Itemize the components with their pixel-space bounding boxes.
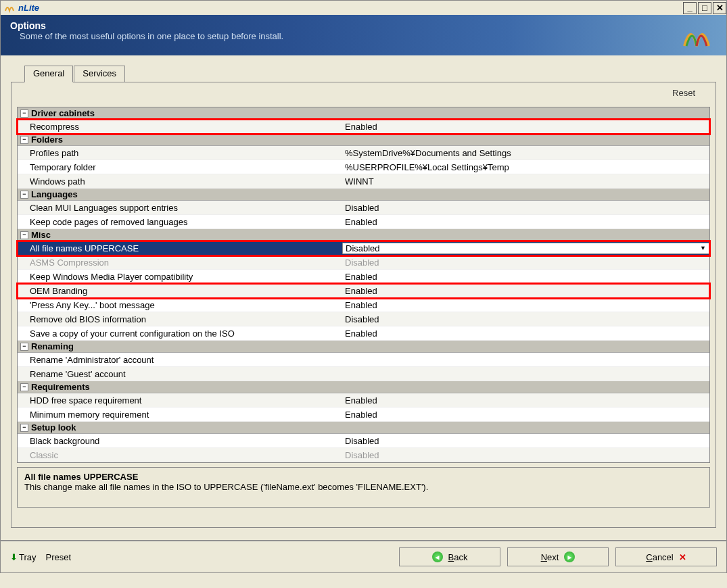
preset-link[interactable]: Preset [46, 552, 72, 562]
expander-icon[interactable]: − [20, 191, 28, 199]
section-driver-cabinets[interactable]: − Driver cabinets [18, 107, 709, 120]
tab-bar: General Services [24, 66, 716, 82]
row-asms-compression: ASMS Compression Disabled [18, 255, 709, 270]
row-black-background[interactable]: Black background Disabled [18, 434, 709, 448]
page-subtitle: Some of the most useful options in one p… [20, 31, 283, 41]
row-classic: Classic Disabled [18, 448, 709, 462]
row-save-config-iso[interactable]: Save a copy of your current configuratio… [18, 326, 709, 341]
expander-icon[interactable]: − [20, 231, 28, 239]
row-oem-branding[interactable]: OEM Branding Enabled [18, 284, 709, 298]
reset-link[interactable]: Reset [672, 88, 695, 98]
expander-icon[interactable]: − [20, 383, 28, 391]
row-rename-guest[interactable]: Rename 'Guest' account [18, 367, 709, 381]
tab-general[interactable]: General [24, 66, 73, 82]
section-folders[interactable]: − Folders [18, 134, 709, 146]
expander-icon[interactable]: − [20, 424, 28, 432]
section-requirements[interactable]: − Requirements [18, 381, 709, 393]
header-banner: Options Some of the most useful options … [0, 15, 727, 55]
row-keep-code-pages[interactable]: Keep code pages of removed languages Ena… [18, 215, 709, 229]
row-keep-wmp[interactable]: Keep Windows Media Player compatibility … [18, 270, 709, 284]
description-box: All file names UPPERCASE This change mak… [17, 467, 710, 508]
tab-services[interactable]: Services [74, 66, 125, 82]
row-temporary-folder[interactable]: Temporary folder %USERPROFILE%¥Local Set… [18, 160, 709, 174]
row-rename-admin[interactable]: Rename 'Administrator' account [18, 353, 709, 367]
minimize-button[interactable]: _ [683, 2, 697, 14]
row-remove-bios[interactable]: Remove old BIOS information Disabled [18, 312, 709, 326]
section-renaming[interactable]: − Renaming [18, 341, 709, 353]
expander-icon[interactable]: − [20, 343, 28, 351]
row-clean-mui[interactable]: Clean MUI Languages support entries Disa… [18, 201, 709, 215]
description-text: This change make all file names in the I… [24, 482, 703, 492]
expander-icon[interactable]: − [20, 109, 28, 118]
section-setup-look[interactable]: − Setup look [18, 422, 709, 434]
row-hdd-free-space[interactable]: HDD free space requirement Enabled [18, 393, 709, 408]
page-title: Options [10, 20, 283, 31]
back-button[interactable]: ◄ Back [399, 547, 500, 566]
titlebar: nLite _ □ ✕ [0, 0, 727, 15]
section-misc[interactable]: − Misc [18, 229, 709, 241]
close-icon: ✕ [679, 552, 686, 562]
row-press-any-key[interactable]: 'Press Any Key...' boot message Enabled [18, 298, 709, 312]
options-grid: − Driver cabinets Recompress Enabled − F… [17, 107, 710, 463]
arrow-right-icon: ► [564, 552, 575, 562]
tray-link[interactable]: ⬇Tray [10, 552, 37, 562]
next-button[interactable]: Next ► [507, 547, 609, 566]
window-title: nLite [18, 3, 39, 13]
nlite-logo-icon [680, 20, 713, 52]
description-title: All file names UPPERCASE [24, 472, 703, 482]
expander-icon[interactable]: − [20, 136, 28, 144]
close-button[interactable]: ✕ [713, 2, 726, 14]
chevron-down-icon[interactable]: ▼ [700, 245, 706, 251]
options-panel: Reset − Driver cabinets Recompress Enabl… [11, 82, 716, 528]
row-profiles-path[interactable]: Profiles path %SystemDrive%¥Documents an… [18, 146, 709, 160]
footer-bar: ⬇Tray Preset ◄ Back Next ► Cancel ✕ [0, 541, 727, 573]
maximize-button[interactable]: □ [698, 2, 711, 14]
row-windows-path[interactable]: Windows path WINNT [18, 174, 709, 189]
content-area: General Services Reset − Driver cabinets… [0, 55, 727, 541]
cancel-button[interactable]: Cancel ✕ [615, 547, 717, 566]
row-recompress[interactable]: Recompress Enabled [18, 120, 709, 134]
section-languages[interactable]: − Languages [18, 189, 709, 201]
row-all-uppercase[interactable]: All file names UPPERCASE Disabled ▼ [18, 241, 709, 255]
app-icon [3, 2, 16, 14]
arrow-left-icon: ◄ [432, 552, 443, 562]
row-min-memory[interactable]: Minimum memory requirement Enabled [18, 408, 709, 422]
tray-icon: ⬇ [10, 552, 18, 562]
